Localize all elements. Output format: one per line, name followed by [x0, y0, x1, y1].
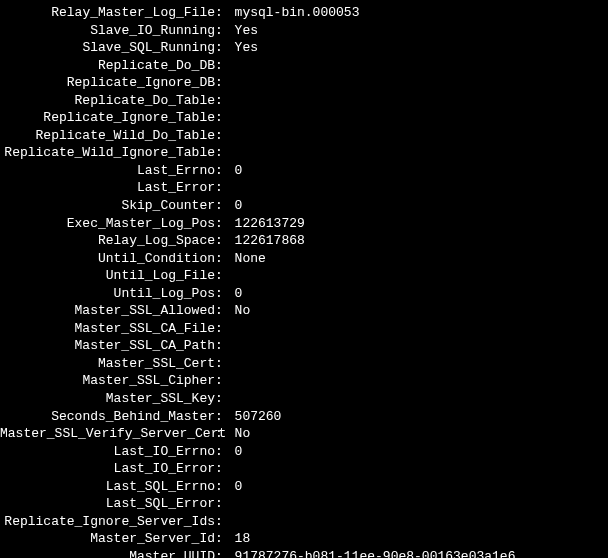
status-row: Master_Server_Id: 18 [0, 530, 608, 548]
colon-separator: : [215, 57, 235, 75]
status-value [235, 355, 608, 373]
status-key: Replicate_Do_DB [0, 57, 215, 75]
status-key: Skip_Counter [0, 197, 215, 215]
status-row: Skip_Counter: 0 [0, 197, 608, 215]
colon-separator: : [215, 179, 235, 197]
colon-separator: : [215, 302, 235, 320]
status-value: 507260 [235, 408, 608, 426]
status-key: Until_Condition [0, 250, 215, 268]
status-key: Relay_Master_Log_File [0, 4, 215, 22]
status-value: No [235, 302, 608, 320]
status-row: Replicate_Do_DB: [0, 57, 608, 75]
status-key: Slave_IO_Running [0, 22, 215, 40]
colon-separator: : [215, 4, 235, 22]
status-value: 0 [235, 197, 608, 215]
status-row: Last_SQL_Errno: 0 [0, 478, 608, 496]
status-row: Master_SSL_Verify_Server_Cert: No [0, 425, 608, 443]
status-value [235, 460, 608, 478]
status-key: Replicate_Ignore_DB [0, 74, 215, 92]
colon-separator: : [215, 250, 235, 268]
status-key: Last_Error [0, 179, 215, 197]
status-row: Last_IO_Errno: 0 [0, 443, 608, 461]
colon-separator: : [215, 355, 235, 373]
status-row: Until_Log_File: [0, 267, 608, 285]
status-row: Last_SQL_Error: [0, 495, 608, 513]
status-row: Replicate_Wild_Do_Table: [0, 127, 608, 145]
status-row: Replicate_Do_Table: [0, 92, 608, 110]
status-row: Last_Errno: 0 [0, 162, 608, 180]
status-row: Master_SSL_Allowed: No [0, 302, 608, 320]
colon-separator: : [215, 39, 235, 57]
status-value [235, 144, 608, 162]
colon-separator: : [215, 92, 235, 110]
colon-separator: : [215, 495, 235, 513]
status-key: Last_SQL_Error [0, 495, 215, 513]
status-key: Replicate_Do_Table [0, 92, 215, 110]
status-row: Last_IO_Error: [0, 460, 608, 478]
status-value: 0 [235, 162, 608, 180]
status-value [235, 337, 608, 355]
status-key: Last_Errno [0, 162, 215, 180]
status-row: Master_SSL_CA_File: [0, 320, 608, 338]
slave-status-output: Relay_Master_Log_File: mysql-bin.000053S… [0, 4, 608, 558]
status-value [235, 495, 608, 513]
status-value [235, 513, 608, 531]
status-key: Master_SSL_CA_Path [0, 337, 215, 355]
status-row: Slave_IO_Running: Yes [0, 22, 608, 40]
status-key: Master_UUID [0, 548, 215, 558]
status-key: Slave_SQL_Running [0, 39, 215, 57]
status-key: Replicate_Ignore_Server_Ids [0, 513, 215, 531]
colon-separator: : [215, 443, 235, 461]
colon-separator: : [215, 513, 235, 531]
status-value: 18 [235, 530, 608, 548]
colon-separator: : [215, 215, 235, 233]
colon-separator: : [215, 337, 235, 355]
status-value [235, 372, 608, 390]
status-value [235, 127, 608, 145]
status-value [235, 267, 608, 285]
status-key: Until_Log_File [0, 267, 215, 285]
status-row: Replicate_Wild_Ignore_Table: [0, 144, 608, 162]
status-row: Master_SSL_Key: [0, 390, 608, 408]
colon-separator: : [215, 285, 235, 303]
colon-separator: : [215, 530, 235, 548]
status-row: Master_UUID: 91787276-b081-11ee-90e8-001… [0, 548, 608, 558]
colon-separator: : [215, 408, 235, 426]
colon-separator: : [215, 74, 235, 92]
status-value: 91787276-b081-11ee-90e8-00163e03a1e6 [235, 548, 608, 558]
status-key: Master_SSL_CA_File [0, 320, 215, 338]
colon-separator: : [215, 232, 235, 250]
status-key: Master_SSL_Cipher [0, 372, 215, 390]
colon-separator: : [215, 460, 235, 478]
colon-separator: : [215, 22, 235, 40]
status-row: Replicate_Ignore_Server_Ids: [0, 513, 608, 531]
status-key: Master_Server_Id [0, 530, 215, 548]
status-value: mysql-bin.000053 [235, 4, 608, 22]
colon-separator: : [215, 425, 235, 443]
status-value: 0 [235, 285, 608, 303]
status-row: Master_SSL_Cipher: [0, 372, 608, 390]
status-row: Master_SSL_CA_Path: [0, 337, 608, 355]
status-row: Seconds_Behind_Master: 507260 [0, 408, 608, 426]
status-value: Yes [235, 22, 608, 40]
status-value [235, 390, 608, 408]
status-key: Until_Log_Pos [0, 285, 215, 303]
status-row: Replicate_Ignore_DB: [0, 74, 608, 92]
status-row: Exec_Master_Log_Pos: 122613729 [0, 215, 608, 233]
colon-separator: : [215, 127, 235, 145]
status-key: Exec_Master_Log_Pos [0, 215, 215, 233]
colon-separator: : [215, 109, 235, 127]
status-key: Replicate_Wild_Do_Table [0, 127, 215, 145]
status-value [235, 179, 608, 197]
status-value: 122617868 [235, 232, 608, 250]
status-value: No [235, 425, 608, 443]
status-key: Master_SSL_Cert [0, 355, 215, 373]
colon-separator: : [215, 548, 235, 558]
status-value [235, 74, 608, 92]
status-value: Yes [235, 39, 608, 57]
colon-separator: : [215, 162, 235, 180]
status-value [235, 92, 608, 110]
colon-separator: : [215, 197, 235, 215]
status-value: 0 [235, 478, 608, 496]
status-key: Relay_Log_Space [0, 232, 215, 250]
